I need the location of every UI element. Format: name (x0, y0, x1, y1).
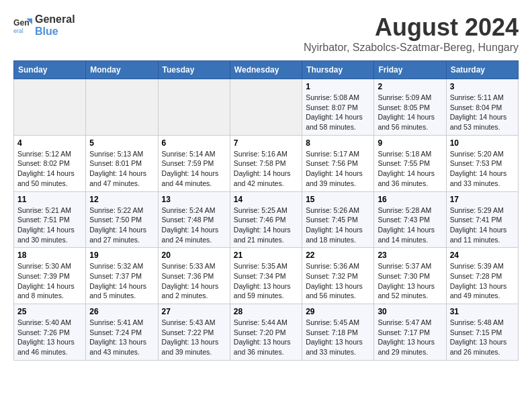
calendar-cell (158, 79, 230, 136)
header: Gen eral General Blue August 2024 Nyirba… (13, 13, 519, 54)
calendar-cell: 12Sunrise: 5:22 AM Sunset: 7:50 PM Dayli… (86, 191, 158, 248)
day-detail: Sunrise: 5:24 AM Sunset: 7:48 PM Dayligh… (162, 205, 226, 245)
day-number: 19 (89, 250, 154, 260)
calendar-cell: 21Sunrise: 5:35 AM Sunset: 7:34 PM Dayli… (230, 248, 302, 304)
day-detail: Sunrise: 5:21 AM Sunset: 7:51 PM Dayligh… (17, 205, 82, 245)
day-number: 24 (450, 250, 515, 260)
subtitle: Nyirbator, Szabolcs-Szatmar-Bereg, Hunga… (304, 42, 519, 54)
day-detail: Sunrise: 5:35 AM Sunset: 7:34 PM Dayligh… (234, 261, 298, 301)
calendar-cell: 16Sunrise: 5:28 AM Sunset: 7:43 PM Dayli… (374, 191, 446, 248)
day-number: 2 (378, 82, 442, 91)
day-detail: Sunrise: 5:25 AM Sunset: 7:46 PM Dayligh… (234, 205, 298, 245)
calendar-cell: 9Sunrise: 5:18 AM Sunset: 7:55 PM Daylig… (374, 135, 446, 191)
day-detail: Sunrise: 5:44 AM Sunset: 7:20 PM Dayligh… (234, 318, 298, 357)
day-detail: Sunrise: 5:40 AM Sunset: 7:26 PM Dayligh… (17, 318, 82, 357)
weekday-header-row: SundayMondayTuesdayWednesdayThursdayFrid… (14, 61, 519, 79)
day-number: 7 (234, 138, 298, 148)
day-number: 29 (306, 307, 370, 316)
weekday-header-wednesday: Wednesday (230, 61, 302, 79)
calendar-cell: 18Sunrise: 5:30 AM Sunset: 7:39 PM Dayli… (14, 248, 86, 304)
day-number: 5 (89, 138, 154, 148)
weekday-header-sunday: Sunday (14, 61, 86, 79)
day-detail: Sunrise: 5:11 AM Sunset: 8:04 PM Dayligh… (450, 93, 515, 132)
calendar-week-5: 25Sunrise: 5:40 AM Sunset: 7:26 PM Dayli… (14, 304, 519, 361)
calendar-table: SundayMondayTuesdayWednesdayThursdayFrid… (13, 60, 519, 361)
calendar-cell: 10Sunrise: 5:20 AM Sunset: 7:53 PM Dayli… (446, 135, 518, 191)
day-detail: Sunrise: 5:47 AM Sunset: 7:17 PM Dayligh… (378, 318, 442, 357)
calendar-cell: 6Sunrise: 5:14 AM Sunset: 7:59 PM Daylig… (158, 135, 230, 191)
day-detail: Sunrise: 5:22 AM Sunset: 7:50 PM Dayligh… (89, 205, 154, 245)
day-detail: Sunrise: 5:13 AM Sunset: 8:01 PM Dayligh… (89, 149, 154, 189)
day-number: 3 (450, 82, 515, 91)
day-detail: Sunrise: 5:18 AM Sunset: 7:55 PM Dayligh… (378, 149, 442, 189)
logo: Gen eral General Blue (13, 13, 75, 37)
calendar-cell: 1Sunrise: 5:08 AM Sunset: 8:07 PM Daylig… (302, 79, 374, 136)
calendar-cell: 28Sunrise: 5:44 AM Sunset: 7:20 PM Dayli… (230, 304, 302, 361)
day-detail: Sunrise: 5:08 AM Sunset: 8:07 PM Dayligh… (306, 93, 370, 132)
calendar-week-1: 1Sunrise: 5:08 AM Sunset: 8:07 PM Daylig… (14, 79, 519, 136)
title-area: August 2024 Nyirbator, Szabolcs-Szatmar-… (304, 13, 519, 54)
calendar-cell: 4Sunrise: 5:12 AM Sunset: 8:02 PM Daylig… (14, 135, 86, 191)
day-number: 11 (17, 195, 82, 204)
day-number: 8 (306, 138, 370, 148)
day-detail: Sunrise: 5:20 AM Sunset: 7:53 PM Dayligh… (450, 149, 515, 189)
day-detail: Sunrise: 5:30 AM Sunset: 7:39 PM Dayligh… (17, 261, 82, 301)
calendar-cell: 23Sunrise: 5:37 AM Sunset: 7:30 PM Dayli… (374, 248, 446, 304)
calendar-cell: 30Sunrise: 5:47 AM Sunset: 7:17 PM Dayli… (374, 304, 446, 361)
day-detail: Sunrise: 5:17 AM Sunset: 7:56 PM Dayligh… (306, 149, 370, 189)
day-number: 16 (378, 195, 442, 204)
day-number: 25 (17, 307, 82, 316)
calendar-cell: 2Sunrise: 5:09 AM Sunset: 8:05 PM Daylig… (374, 79, 446, 136)
day-number: 26 (89, 307, 154, 316)
calendar-cell: 13Sunrise: 5:24 AM Sunset: 7:48 PM Dayli… (158, 191, 230, 248)
day-number: 31 (450, 307, 515, 316)
svg-text:eral: eral (13, 27, 24, 34)
weekday-header-thursday: Thursday (302, 61, 374, 79)
calendar-cell: 31Sunrise: 5:48 AM Sunset: 7:15 PM Dayli… (446, 304, 518, 361)
calendar-cell: 8Sunrise: 5:17 AM Sunset: 7:56 PM Daylig… (302, 135, 374, 191)
day-number: 27 (162, 307, 226, 316)
logo-icon: Gen eral (13, 16, 32, 35)
day-detail: Sunrise: 5:45 AM Sunset: 7:18 PM Dayligh… (306, 318, 370, 357)
day-number: 6 (162, 138, 226, 148)
day-number: 15 (306, 195, 370, 204)
calendar-cell: 15Sunrise: 5:26 AM Sunset: 7:45 PM Dayli… (302, 191, 374, 248)
weekday-header-friday: Friday (374, 61, 446, 79)
calendar-week-4: 18Sunrise: 5:30 AM Sunset: 7:39 PM Dayli… (14, 248, 519, 304)
calendar-cell: 22Sunrise: 5:36 AM Sunset: 7:32 PM Dayli… (302, 248, 374, 304)
calendar-cell: 25Sunrise: 5:40 AM Sunset: 7:26 PM Dayli… (14, 304, 86, 361)
day-number: 13 (162, 195, 226, 204)
day-detail: Sunrise: 5:28 AM Sunset: 7:43 PM Dayligh… (378, 205, 442, 245)
calendar-cell: 5Sunrise: 5:13 AM Sunset: 8:01 PM Daylig… (86, 135, 158, 191)
day-detail: Sunrise: 5:29 AM Sunset: 7:41 PM Dayligh… (450, 205, 515, 245)
day-detail: Sunrise: 5:48 AM Sunset: 7:15 PM Dayligh… (450, 318, 515, 357)
calendar-cell (230, 79, 302, 136)
svg-text:Gen: Gen (13, 18, 30, 28)
day-detail: Sunrise: 5:26 AM Sunset: 7:45 PM Dayligh… (306, 205, 370, 245)
day-detail: Sunrise: 5:14 AM Sunset: 7:59 PM Dayligh… (162, 149, 226, 189)
day-detail: Sunrise: 5:41 AM Sunset: 7:24 PM Dayligh… (89, 318, 154, 357)
calendar-cell: 26Sunrise: 5:41 AM Sunset: 7:24 PM Dayli… (86, 304, 158, 361)
day-number: 4 (17, 138, 82, 148)
main-title: August 2024 (304, 13, 519, 42)
day-number: 21 (234, 250, 298, 260)
day-number: 20 (162, 250, 226, 260)
day-detail: Sunrise: 5:33 AM Sunset: 7:36 PM Dayligh… (162, 261, 226, 301)
day-number: 9 (378, 138, 442, 148)
calendar-cell: 3Sunrise: 5:11 AM Sunset: 8:04 PM Daylig… (446, 79, 518, 136)
calendar-cell (86, 79, 158, 136)
weekday-header-monday: Monday (86, 61, 158, 79)
calendar-cell: 29Sunrise: 5:45 AM Sunset: 7:18 PM Dayli… (302, 304, 374, 361)
calendar-week-3: 11Sunrise: 5:21 AM Sunset: 7:51 PM Dayli… (14, 191, 519, 248)
calendar-cell: 19Sunrise: 5:32 AM Sunset: 7:37 PM Dayli… (86, 248, 158, 304)
day-detail: Sunrise: 5:32 AM Sunset: 7:37 PM Dayligh… (89, 261, 154, 301)
weekday-header-tuesday: Tuesday (158, 61, 230, 79)
day-detail: Sunrise: 5:43 AM Sunset: 7:22 PM Dayligh… (162, 318, 226, 357)
day-detail: Sunrise: 5:09 AM Sunset: 8:05 PM Dayligh… (378, 93, 442, 132)
calendar-week-2: 4Sunrise: 5:12 AM Sunset: 8:02 PM Daylig… (14, 135, 519, 191)
calendar-cell: 11Sunrise: 5:21 AM Sunset: 7:51 PM Dayli… (14, 191, 86, 248)
day-number: 28 (234, 307, 298, 316)
day-number: 22 (306, 250, 370, 260)
calendar-cell: 7Sunrise: 5:16 AM Sunset: 7:58 PM Daylig… (230, 135, 302, 191)
day-number: 10 (450, 138, 515, 148)
